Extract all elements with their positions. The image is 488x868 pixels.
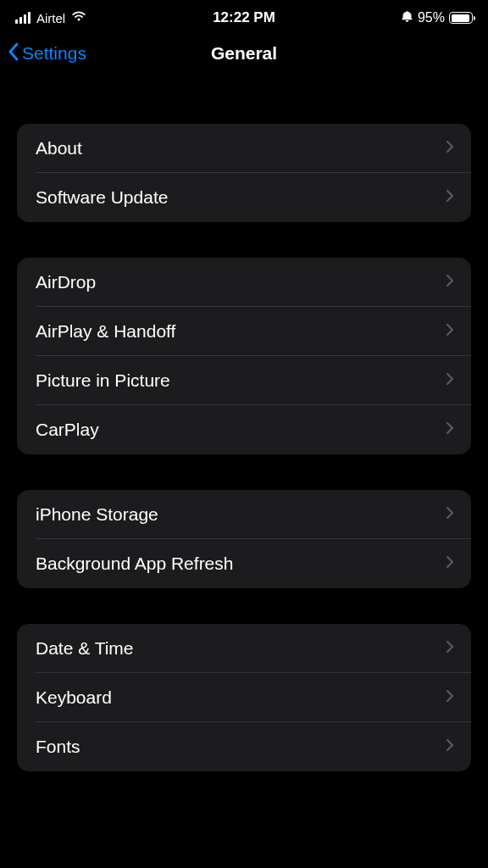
row-label: Background App Refresh xyxy=(36,554,233,574)
row-label: Fonts xyxy=(36,737,80,757)
row-label: Date & Time xyxy=(36,638,134,659)
row-airplay-handoff[interactable]: AirPlay & Handoff xyxy=(17,307,471,356)
alarm-icon xyxy=(401,10,413,25)
row-iphone-storage[interactable]: iPhone Storage xyxy=(17,490,471,539)
row-label: iPhone Storage xyxy=(36,504,158,525)
chevron-right-icon xyxy=(446,140,454,157)
row-label: Picture in Picture xyxy=(36,370,170,391)
battery-icon xyxy=(449,12,473,24)
chevron-right-icon xyxy=(446,372,454,389)
status-right: 95% xyxy=(401,10,473,25)
cellular-signal-icon xyxy=(15,12,30,24)
chevron-right-icon xyxy=(446,689,454,706)
section-datetime: Date & Time Keyboard Fonts xyxy=(17,624,471,771)
navigation-bar: Settings General xyxy=(0,32,488,76)
section-about: About Software Update xyxy=(17,124,471,222)
chevron-right-icon xyxy=(446,421,454,438)
status-bar: Airtel 12:22 PM 95% xyxy=(0,0,488,32)
row-label: Software Update xyxy=(36,187,168,208)
row-keyboard[interactable]: Keyboard xyxy=(17,673,471,722)
row-background-app-refresh[interactable]: Background App Refresh xyxy=(17,539,471,588)
chevron-right-icon xyxy=(446,506,454,523)
row-label: AirDrop xyxy=(36,272,96,292)
chevron-right-icon xyxy=(446,640,454,657)
chevron-right-icon xyxy=(446,738,454,755)
section-storage: iPhone Storage Background App Refresh xyxy=(17,490,471,588)
row-label: About xyxy=(36,138,82,159)
carrier-label: Airtel xyxy=(36,11,65,25)
chevron-right-icon xyxy=(446,555,454,572)
status-left: Airtel xyxy=(15,10,86,25)
battery-percent: 95% xyxy=(418,10,445,25)
row-label: AirPlay & Handoff xyxy=(36,321,175,342)
chevron-left-icon xyxy=(7,42,20,66)
row-airdrop[interactable]: AirDrop xyxy=(17,258,471,307)
chevron-right-icon xyxy=(446,189,454,206)
back-label: Settings xyxy=(22,43,86,64)
row-label: Keyboard xyxy=(36,687,112,708)
clock: 12:22 PM xyxy=(213,9,275,26)
row-label: CarPlay xyxy=(36,420,99,440)
row-about[interactable]: About xyxy=(17,124,471,173)
row-carplay[interactable]: CarPlay xyxy=(17,405,471,454)
chevron-right-icon xyxy=(446,274,454,291)
content: About Software Update AirDrop AirPlay & … xyxy=(0,124,488,771)
page-title: General xyxy=(211,43,277,64)
row-picture-in-picture[interactable]: Picture in Picture xyxy=(17,356,471,405)
chevron-right-icon xyxy=(446,323,454,340)
row-date-time[interactable]: Date & Time xyxy=(17,624,471,673)
wifi-icon xyxy=(71,10,86,25)
back-button[interactable]: Settings xyxy=(7,42,86,66)
row-software-update[interactable]: Software Update xyxy=(17,173,471,222)
section-airdrop: AirDrop AirPlay & Handoff Picture in Pic… xyxy=(17,258,471,454)
row-fonts[interactable]: Fonts xyxy=(17,722,471,771)
